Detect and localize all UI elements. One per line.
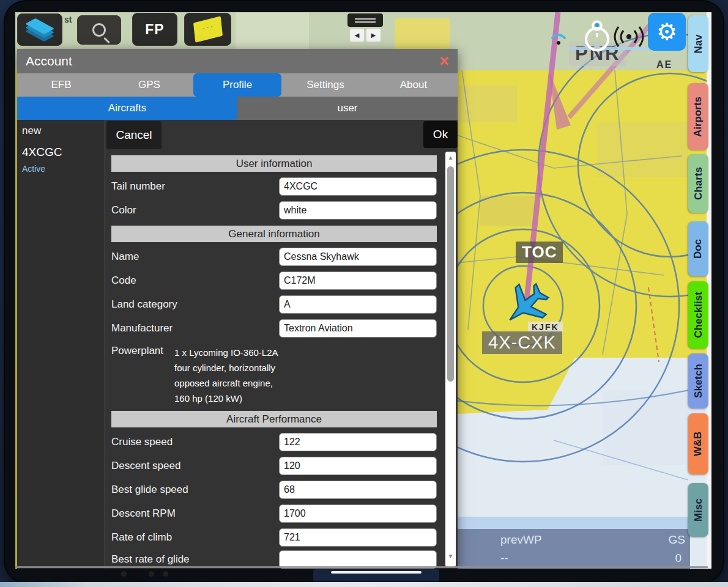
sidebar-tab-misc[interactable]: Misc [688, 483, 708, 537]
settings-button[interactable]: ⚙ [648, 13, 686, 51]
aircraft-form: Cancel Ok User information Tail number C… [105, 120, 458, 569]
sidebar-tab-charts[interactable]: Charts [688, 154, 708, 213]
home-indicator[interactable] [331, 571, 422, 574]
form-scroll-area[interactable]: User information Tail number Color Gener… [105, 152, 458, 569]
toc-waypoint-label[interactable]: TOC [516, 242, 563, 263]
field-label: Rate of climb [111, 531, 279, 544]
wifi-arc-icon [549, 27, 574, 45]
active-status-label: Active [22, 164, 100, 174]
tab-label: Nav [693, 34, 705, 53]
nav-info-panel[interactable]: prevWP -- GS 0 [458, 529, 690, 569]
descent-speed-input[interactable] [279, 457, 437, 475]
dialog-title: Account [26, 54, 72, 68]
descent-rpm-input[interactable] [279, 504, 437, 523]
tab-settings[interactable]: Settings [281, 73, 370, 97]
sidebar-tab-checklist[interactable]: Checklist [688, 281, 708, 349]
tab-label: Charts [693, 167, 705, 200]
tab-about[interactable]: About [370, 73, 458, 97]
search-button[interactable] [77, 15, 121, 45]
layers-button[interactable] [17, 13, 62, 46]
ground-speed-label: GS [669, 533, 685, 547]
code-input[interactable] [279, 271, 437, 290]
map-sheet-icon [193, 16, 222, 42]
tab-label: Misc [693, 498, 705, 522]
ok-button[interactable]: Ok [423, 121, 458, 148]
form-row: Best glide speed [111, 481, 437, 499]
form-row: Manufacturer [111, 319, 437, 338]
manufacturer-input[interactable] [279, 319, 437, 338]
tail-number-input[interactable] [279, 177, 437, 196]
sidebar-tab-wb[interactable]: W&B [688, 413, 708, 474]
field-label: Land category [111, 298, 279, 311]
chart-label-st: st [64, 15, 72, 24]
form-row: Code [111, 271, 437, 290]
arrow-left-icon[interactable]: ◄ [350, 29, 364, 42]
panel-collapse-widget[interactable]: ◄ ► [347, 13, 383, 51]
field-label: Name [111, 251, 279, 263]
sidebar-tab-doc[interactable]: Doc [688, 221, 708, 276]
color-input[interactable] [279, 201, 437, 220]
best-glide-speed-input[interactable] [279, 481, 437, 499]
scrollbar-thumb[interactable] [447, 166, 454, 382]
cancel-button[interactable]: Cancel [106, 121, 162, 149]
rate-of-climb-input[interactable] [279, 528, 437, 547]
device-stage: TOC KJFK 4X-CXK PNR AE st FP ◄ ► [0, 0, 728, 587]
ground-speed-value: 0 [675, 552, 682, 565]
charts-button[interactable] [184, 13, 231, 46]
form-row: Rate of climb [111, 528, 437, 547]
profile-subtab-bar: Aircrafts user [17, 97, 458, 120]
device-bottom-edge [0, 582, 728, 587]
radio-waves-icon[interactable] [610, 22, 648, 51]
app-screen: TOC KJFK 4X-CXK PNR AE st FP ◄ ► [15, 12, 711, 569]
screen-bottom-divider [15, 566, 708, 568]
tab-label: Airports [693, 96, 705, 136]
powerplant-value: 1 x Lycoming IO-360-L2A four cylinder, h… [174, 345, 288, 406]
tab-label: Doc [693, 239, 705, 259]
form-row: Tail number [111, 177, 437, 196]
section-header-aircraft-performance: Aircraft Performance [111, 411, 437, 427]
field-label: Best rate of glide [111, 553, 279, 566]
field-label: Powerplant [111, 345, 174, 357]
arrow-right-icon[interactable]: ► [366, 29, 381, 42]
bezel-dot [149, 571, 154, 577]
form-row: Descent speed [111, 457, 437, 475]
subtab-user[interactable]: user [237, 97, 458, 120]
form-row: Color [111, 201, 437, 220]
field-label: Cruise speed [111, 436, 279, 448]
sidebar-tab-sketch[interactable]: Sketch [688, 353, 708, 408]
close-icon[interactable]: × [439, 53, 449, 70]
field-label: Best glide speed [111, 484, 279, 496]
sidebar-tab-nav[interactable]: Nav [688, 15, 708, 72]
search-icon [92, 23, 106, 37]
scroll-down-icon[interactable]: ▼ [445, 553, 456, 559]
tab-label: W&B [693, 432, 705, 457]
account-dialog: Account × EFB GPS Profile Settings About… [17, 49, 458, 569]
bezel-dot [163, 571, 168, 577]
section-header-user-information: User information [111, 155, 437, 172]
field-label: Descent speed [111, 460, 279, 472]
name-input[interactable] [279, 248, 437, 266]
prev-wp-label: prevWP [500, 533, 542, 547]
drag-handle-icon[interactable] [347, 13, 383, 27]
subtab-aircrafts[interactable]: Aircrafts [17, 97, 237, 120]
scroll-up-icon[interactable]: ▲ [445, 154, 456, 161]
sidebar-tab-airports[interactable]: Airports [688, 83, 708, 150]
flight-plan-button[interactable]: FP [132, 13, 177, 46]
form-row: Descent RPM [111, 504, 437, 523]
gear-icon: ⚙ [656, 18, 677, 45]
list-item-new[interactable]: new [22, 125, 100, 137]
layers-icon [25, 18, 54, 42]
chart-label-ae: AE [656, 59, 672, 70]
form-scrollbar[interactable]: ▲ ▼ [445, 152, 456, 567]
cruise-speed-input[interactable] [279, 433, 437, 451]
powerplant-row: Powerplant 1 x Lycoming IO-360-L2A four … [111, 345, 437, 406]
aircraft-registration-label: 4X-CXK [482, 331, 562, 354]
land-category-input[interactable] [279, 295, 437, 314]
dialog-title-bar: Account × [17, 49, 458, 73]
tab-profile[interactable]: Profile [193, 73, 281, 97]
list-item-aircraft[interactable]: 4XCGC [22, 146, 100, 159]
tab-gps[interactable]: GPS [105, 73, 193, 97]
tab-efb[interactable]: EFB [17, 73, 105, 97]
route-progress-strip [458, 517, 690, 529]
dialog-tab-bar: EFB GPS Profile Settings About [17, 73, 458, 97]
